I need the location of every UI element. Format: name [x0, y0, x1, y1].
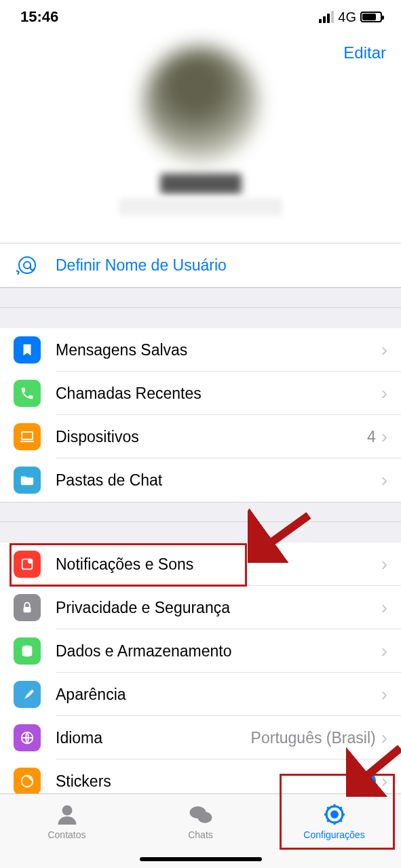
set-username-row[interactable]: Definir Nome de Usuário: [0, 243, 401, 287]
contacts-icon: [55, 802, 79, 827]
row-label: Pastas de Chat: [56, 471, 381, 490]
lock-icon: [14, 594, 41, 621]
globe-icon: [14, 724, 41, 751]
tab-contacts[interactable]: Contatos: [0, 794, 134, 868]
svg-rect-6: [24, 607, 31, 612]
svg-point-5: [28, 559, 33, 564]
phone-icon: [14, 380, 41, 407]
row-label: Stickers: [56, 772, 356, 791]
svg-point-12: [197, 812, 212, 823]
row-label: Notificações e Sons: [56, 555, 381, 574]
row-label: Mensagens Salvas: [56, 341, 381, 359]
chevron-right-icon: ›: [381, 770, 387, 792]
bookmark-icon: [14, 336, 41, 363]
profile-phone: [119, 198, 282, 216]
network-label: 4G: [338, 9, 356, 25]
row-label: Dispositivos: [56, 428, 367, 446]
at-icon: [14, 252, 41, 279]
row-label: Dados e Armazenamento: [56, 642, 381, 660]
privacy-security-row[interactable]: Privacidade e Segurança ›: [0, 586, 401, 629]
settings-group-2: Notificações e Sons › Privacidade e Segu…: [0, 542, 401, 803]
status-time: 15:46: [20, 8, 58, 26]
svg-point-0: [19, 257, 35, 273]
chat-folders-row[interactable]: Pastas de Chat ›: [0, 458, 401, 502]
saved-messages-row[interactable]: Mensagens Salvas ›: [0, 328, 401, 372]
profile-header: Editar: [0, 34, 401, 243]
chevron-right-icon: ›: [381, 727, 387, 749]
folder-icon: [14, 467, 41, 494]
row-label: Chamadas Recentes: [56, 384, 381, 403]
battery-icon: [360, 12, 382, 22]
home-indicator: [140, 857, 262, 861]
chevron-right-icon: ›: [381, 382, 387, 404]
status-indicators: 4G: [319, 9, 382, 25]
tab-settings[interactable]: Configurações: [267, 794, 401, 868]
set-username-label: Definir Nome de Usuário: [56, 256, 227, 275]
tab-label: Configurações: [303, 829, 364, 840]
brush-icon: [14, 681, 41, 708]
data-storage-row[interactable]: Dados e Armazenamento ›: [0, 629, 401, 673]
tab-label: Contatos: [47, 829, 85, 840]
notification-icon: [14, 551, 41, 578]
tab-label: Chats: [188, 829, 213, 840]
username-section: Definir Nome de Usuário: [0, 243, 401, 288]
avatar[interactable]: [143, 46, 259, 161]
svg-rect-2: [22, 432, 33, 439]
svg-point-1: [24, 262, 31, 269]
gear-icon: [322, 802, 347, 827]
status-bar: 15:46 4G: [0, 0, 401, 34]
chats-icon: [188, 802, 214, 827]
signal-icon: [319, 11, 334, 23]
notifications-row[interactable]: Notificações e Sons ›: [0, 542, 401, 586]
profile-name: [160, 174, 242, 194]
chevron-right-icon: ›: [381, 684, 387, 705]
edit-button[interactable]: Editar: [343, 43, 386, 62]
sticker-icon: [14, 768, 41, 795]
devices-row[interactable]: Dispositivos 4 ›: [0, 415, 401, 458]
row-value: 4: [367, 428, 376, 446]
chevron-right-icon: ›: [381, 597, 387, 618]
laptop-icon: [14, 423, 41, 450]
settings-group-1: Mensagens Salvas › Chamadas Recentes › D…: [0, 328, 401, 502]
row-label: Idioma: [56, 729, 251, 747]
chevron-right-icon: ›: [381, 640, 387, 662]
svg-point-10: [62, 806, 72, 816]
row-value: Português (Brasil): [251, 729, 376, 747]
chevron-right-icon: ›: [381, 469, 387, 491]
database-icon: [14, 637, 41, 665]
appearance-row[interactable]: Aparência ›: [0, 673, 401, 716]
chevron-right-icon: ›: [381, 426, 387, 448]
language-row[interactable]: Idioma Português (Brasil) ›: [0, 716, 401, 760]
svg-point-14: [331, 812, 337, 818]
chevron-right-icon: ›: [381, 339, 387, 361]
badge-count: 6: [356, 771, 376, 791]
row-label: Aparência: [56, 686, 381, 704]
row-label: Privacidade e Segurança: [56, 599, 381, 617]
chevron-right-icon: ›: [381, 553, 387, 575]
recent-calls-row[interactable]: Chamadas Recentes ›: [0, 372, 401, 415]
